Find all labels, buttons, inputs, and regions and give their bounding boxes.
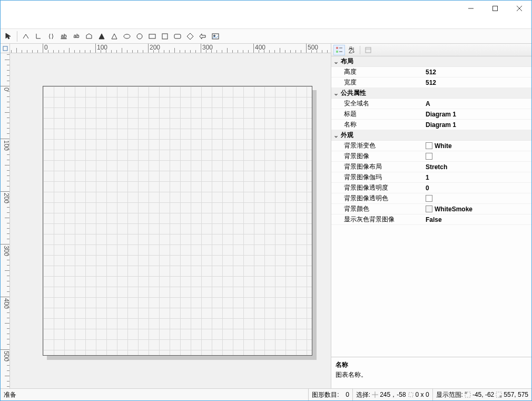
prop-height[interactable]: 高度512 <box>331 67 531 77</box>
color-swatch <box>426 195 432 202</box>
category-layout[interactable]: ⌄布局 <box>331 56 531 67</box>
text-tool-button[interactable]: ab <box>71 31 82 42</box>
svg-rect-13 <box>336 51 338 53</box>
svg-point-4 <box>124 34 130 38</box>
position-icon <box>372 392 378 398</box>
ruler-corner[interactable] <box>1 44 10 53</box>
circle-tool-button[interactable] <box>134 31 145 42</box>
color-swatch <box>426 206 432 212</box>
statusbar: 准备 图形数目: 0 选择: 245，-58 0 x 0 显示范围: -45, … <box>1 389 531 400</box>
prop-show-gray[interactable]: 显示灰色背景图像False <box>331 214 531 225</box>
property-pages-button[interactable] <box>362 45 374 55</box>
category-appearance[interactable]: ⌄外观 <box>331 130 531 141</box>
prop-bg-image-transp[interactable]: 背景图像透明色 <box>331 193 531 204</box>
prop-bg-image-layout[interactable]: 背景图像布局Stretch <box>331 162 531 172</box>
empty-swatch <box>426 153 432 160</box>
help-desc: 图表名称。 <box>336 370 527 379</box>
bottomright-icon <box>496 392 502 398</box>
workarea: 0100200300400500600 0100200300400500600 … <box>1 44 531 389</box>
close-button[interactable] <box>507 1 531 16</box>
roundrect-tool-button[interactable] <box>172 31 183 42</box>
triangle-filled-tool-button[interactable] <box>96 31 107 42</box>
pointer-tool-button[interactable] <box>3 31 14 42</box>
category-label: 外观 <box>341 131 353 140</box>
properties-pane: AZ ⌄布局 高度512 宽度512 ⌄公共属性 安全域名A 标题Diagram… <box>331 44 531 388</box>
svg-rect-26 <box>500 396 501 397</box>
properties-grid: ⌄布局 高度512 宽度512 ⌄公共属性 安全域名A 标题Diagram 1 … <box>331 56 531 357</box>
chevron-down-icon: ⌄ <box>333 132 339 139</box>
prop-bg-image-gamma[interactable]: 背景图像伽玛1 <box>331 172 531 183</box>
chevron-down-icon: ⌄ <box>333 58 339 65</box>
properties-help: 名称 图表名称。 <box>331 357 531 388</box>
category-common[interactable]: ⌄公共属性 <box>331 88 531 99</box>
rect-tool-button[interactable] <box>146 31 158 42</box>
svg-rect-7 <box>162 34 168 39</box>
svg-rect-18 <box>366 47 371 53</box>
properties-toolbar: AZ <box>331 44 531 56</box>
paren-tool-button[interactable] <box>45 31 57 42</box>
prop-width[interactable]: 宽度512 <box>331 77 531 88</box>
square-tool-button[interactable] <box>159 31 171 42</box>
diamond-tool-button[interactable] <box>184 31 196 42</box>
maximize-button[interactable] <box>483 1 507 16</box>
toolbar: ab ab <box>1 29 531 44</box>
status-select: 选择: 245，-58 0 x 0 <box>352 389 432 400</box>
prop-bg-gradient[interactable]: 背景渐变色White <box>331 141 531 151</box>
prop-bg-color[interactable]: 背景颜色WhiteSmoke <box>331 204 531 214</box>
image-tool-button[interactable] <box>210 31 221 42</box>
svg-text:Z: Z <box>349 47 352 54</box>
category-label: 布局 <box>341 57 353 66</box>
separator <box>360 46 360 54</box>
alphabetical-button[interactable]: AZ <box>346 45 358 55</box>
l-line-tool-button[interactable] <box>33 31 44 42</box>
triangle-tool-button[interactable] <box>109 31 120 42</box>
prop-domain[interactable]: 安全域名A <box>331 99 531 109</box>
prop-name-row[interactable]: 名称Diagram 1 <box>331 120 531 130</box>
prop-title[interactable]: 标题Diagram 1 <box>331 109 531 120</box>
status-shapes: 图形数目: 0 <box>308 389 352 400</box>
svg-rect-6 <box>149 34 155 38</box>
svg-rect-22 <box>409 393 413 397</box>
arc-tool-button[interactable] <box>20 31 32 42</box>
minimize-button[interactable] <box>459 1 483 16</box>
textframe-tool-button[interactable]: ab <box>58 31 70 42</box>
diagram-sheet[interactable] <box>43 86 312 356</box>
chevron-down-icon: ⌄ <box>333 90 339 97</box>
menubar <box>1 16 531 29</box>
separator <box>17 31 17 42</box>
svg-point-5 <box>137 34 142 39</box>
prop-bg-image-opacity[interactable]: 背景图像透明度0 <box>331 183 531 193</box>
svg-rect-8 <box>174 34 181 38</box>
topleft-icon <box>465 392 471 398</box>
shape-tool-button[interactable] <box>83 31 95 42</box>
prop-bg-image[interactable]: 背景图像 <box>331 151 531 162</box>
svg-point-10 <box>214 35 215 36</box>
arrow-left-tool-button[interactable] <box>197 31 209 42</box>
help-name: 名称 <box>336 360 527 369</box>
svg-rect-12 <box>336 47 338 49</box>
ellipse-tool-button[interactable] <box>121 31 133 42</box>
titlebar <box>1 1 531 16</box>
color-swatch <box>426 142 432 149</box>
svg-rect-11 <box>3 46 7 51</box>
svg-rect-1 <box>493 6 498 11</box>
categorized-button[interactable] <box>333 45 345 55</box>
app-window: ab ab 0100200300400500600 01002003004005… <box>0 0 532 401</box>
ruler-vertical[interactable]: 0100200300400500600 <box>1 53 10 388</box>
category-label: 公共属性 <box>341 89 366 97</box>
ruler-horizontal[interactable]: 0100200300400500600 <box>10 44 331 53</box>
status-range: 显示范围: -45, -62 557, 575 <box>432 389 531 400</box>
svg-rect-24 <box>465 392 467 394</box>
status-ready: 准备 <box>1 389 308 400</box>
canvas-pane: 0100200300400500600 0100200300400500600 <box>1 44 331 388</box>
size-icon <box>408 392 414 398</box>
canvas-area[interactable] <box>10 53 331 388</box>
